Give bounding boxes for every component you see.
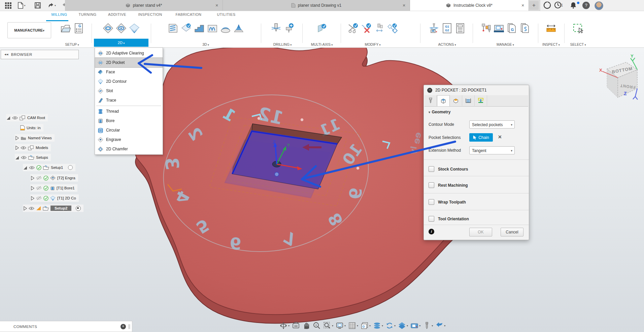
cancel-button[interactable]: Cancel [501,228,523,236]
3d-adaptive-icon[interactable] [167,23,179,34]
wrap-toolpath-row[interactable]: Wrap Toolpath [429,199,466,205]
panel-resize-grip[interactable] [129,324,130,329]
group-label-manage[interactable]: MANAGE [475,42,535,46]
setup-sheet-icon[interactable] [454,23,466,34]
scallop-icon[interactable] [220,23,231,34]
menu-item-trace[interactable]: Trace [95,96,163,105]
tab-additive[interactable]: ADDITIVE [108,12,126,16]
menu-item-2d-pocket[interactable]: 2D Pocket [95,58,163,67]
new-multiaxis-icon[interactable] [316,23,328,34]
undo-icon[interactable]: ▾ [48,1,56,9]
window-zoom-button[interactable] [323,321,334,330]
group-label-setup[interactable]: SETUP [53,42,91,46]
tree-row-op-contour[interactable]: [T1] 2D Co [30,194,79,202]
display-settings-button[interactable] [335,321,346,330]
visibility-eye-icon[interactable] [21,156,27,159]
app-menu-icon[interactable] [4,1,12,9]
group-label-modify[interactable]: MODIFY [344,42,401,46]
group-label-3d[interactable]: 3D [153,42,258,46]
notifications-bell-icon[interactable] [570,1,578,9]
close-tab-icon[interactable] [520,3,525,8]
stepover-icon[interactable] [374,23,385,34]
tab-tool[interactable] [425,95,437,106]
visibility-off-icon[interactable] [36,176,42,180]
stock-contours-checkbox[interactable] [429,166,434,172]
visibility-eye-icon[interactable] [21,146,26,150]
2d-adaptive-icon[interactable] [102,23,114,34]
tab-geometry[interactable] [437,95,450,106]
expanded-icon[interactable] [6,116,10,120]
document-tab[interactable]: planer stand v4* [65,0,223,11]
grid-settings-button[interactable] [347,321,359,330]
file-menu-icon[interactable]: ▾ [18,1,26,9]
2d-contour-icon[interactable] [129,23,140,34]
collapsed-icon[interactable] [30,196,34,200]
menu-item-face[interactable]: Face [95,67,163,77]
tab-heights[interactable] [450,95,462,106]
tree-row-models[interactable]: Models [15,144,51,151]
add-comment-icon[interactable] [121,324,126,329]
tree-row-setups[interactable]: Setups [15,154,51,161]
tab-inspection[interactable]: INSPECTION [138,12,162,16]
2d-pocket-icon[interactable] [115,23,127,34]
info-icon[interactable] [429,229,434,234]
new-tab-button[interactable] [529,1,539,10]
tool-display-button[interactable] [422,321,434,330]
tree-row-named-views[interactable]: Named Views [15,134,55,142]
machine-display-button[interactable] [410,321,421,330]
help-icon[interactable] [582,2,590,9]
clear-selection-icon[interactable] [498,134,502,140]
collapsed-icon[interactable] [15,146,19,150]
steep-shallow-icon[interactable] [194,23,205,34]
tree-row-setup2-selected[interactable]: Setup2 [23,205,83,212]
ok-button[interactable]: OK [469,228,492,236]
group-label-2d-open[interactable]: 2D [94,39,148,47]
collapsed-icon[interactable] [30,176,34,180]
new-drill-icon[interactable] [283,23,295,34]
menu-item-slot[interactable]: Slot [95,86,163,96]
close-tab-icon[interactable] [214,3,219,8]
tab-linking[interactable] [475,95,487,106]
extensions-icon[interactable] [543,1,551,9]
tab-passes[interactable] [462,95,475,106]
spiral-icon[interactable] [233,23,244,34]
delete-toolpath-icon[interactable] [361,23,372,34]
expanded-icon[interactable] [15,155,19,160]
menu-item-thread[interactable]: Thread [95,107,163,116]
group-label-actions[interactable]: ACTIONS [423,42,471,46]
collapsed-icon[interactable] [23,206,27,211]
tab-utilities[interactable]: UTILITIES [217,12,236,16]
group-label-drilling[interactable]: DRILLING [265,42,300,46]
visibility-eye-icon[interactable] [29,166,35,170]
menu-item-circular[interactable]: Circular [95,125,163,135]
chain-selection-button[interactable]: Chain [469,133,493,142]
workspace-switcher[interactable]: MANUFACTURE [7,22,51,38]
window-select-icon[interactable] [572,23,584,34]
tab-turning[interactable]: TURNING [79,12,97,16]
document-tab[interactable]: planer stand Drawing v1 [223,0,410,11]
menu-item-2d-chamfer[interactable]: 2D Chamfer [95,144,163,154]
tree-row-op-bore[interactable]: [T1] Bore1 [30,184,77,192]
visibility-eye-icon[interactable] [29,207,34,210]
visibility-off-icon[interactable] [36,186,42,190]
rest-machining-checkbox[interactable] [429,182,434,188]
drill-icon[interactable] [270,23,282,34]
pan-button[interactable] [302,321,311,330]
dialog-collapse-button[interactable] [427,88,432,93]
dialog-header[interactable]: 2D POCKET : 2D POCKET1 [424,85,529,95]
look-at-button[interactable] [291,321,301,330]
tab-fabrication[interactable]: FABRICATION [176,12,202,16]
new-setup-icon[interactable] [60,23,71,34]
menu-item-2d-adaptive-clearing[interactable]: 2D Adaptive Clearing [95,48,163,58]
menu-item-2d-contour[interactable]: 2D Contour [95,77,163,86]
gcode-doc-icon[interactable]: G [73,23,84,34]
setup2-radio-selected[interactable] [76,206,81,211]
tool-orientation-row[interactable]: Tool Orientation [429,216,469,222]
contour-mode-select[interactable]: Selected pockets [469,120,515,128]
expanded-icon[interactable] [23,165,27,170]
orbit-button[interactable] [279,321,290,330]
collapsed-icon[interactable] [15,136,19,140]
rest-machining-row[interactable]: Rest Machining [429,182,468,188]
view-cube[interactable]: BOTTOM FRONT X Y Z [594,52,644,103]
simulate-icon[interactable] [428,23,440,34]
